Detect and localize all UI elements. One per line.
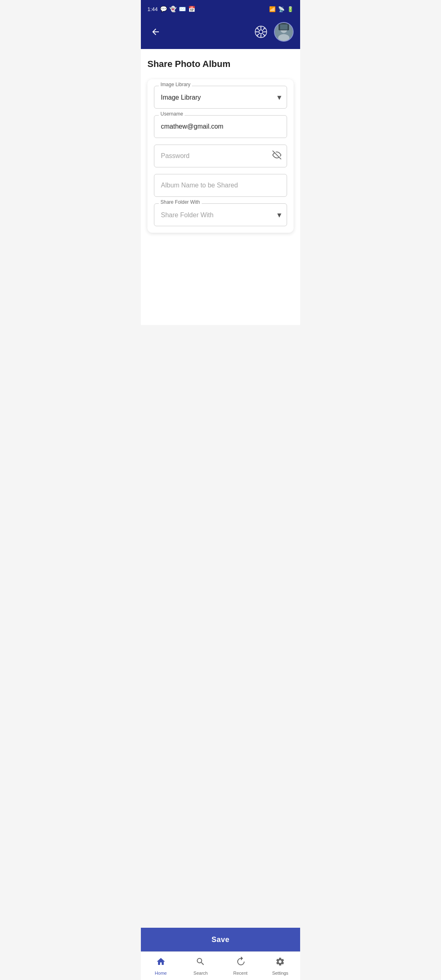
password-visibility-icon[interactable] bbox=[272, 151, 281, 162]
status-system-icons: 📶 📡 🔋 bbox=[269, 6, 294, 12]
avatar[interactable] bbox=[274, 22, 294, 42]
status-time: 1:44 💬 👻 ✉️ 📅 bbox=[147, 6, 195, 12]
album-name-field bbox=[154, 174, 287, 197]
image-library-label: Image Library bbox=[159, 82, 192, 87]
album-name-input[interactable] bbox=[154, 174, 287, 197]
signal-icon: 📡 bbox=[278, 6, 285, 12]
top-nav-bar bbox=[141, 18, 300, 49]
image-library-select[interactable]: Image Library bbox=[154, 86, 287, 109]
password-input[interactable] bbox=[154, 145, 287, 167]
svg-rect-6 bbox=[280, 24, 287, 30]
image-library-select-wrapper: Image Library ▾ bbox=[154, 86, 287, 109]
page-title: Share Photo Album bbox=[147, 59, 294, 69]
messenger-icon: 💬 bbox=[160, 6, 167, 12]
share-folder-select-wrapper: Share Folder With ▾ bbox=[154, 203, 287, 226]
username-label: Username bbox=[159, 111, 185, 117]
form-card: Image Library Image Library ▾ Username bbox=[147, 79, 294, 233]
image-library-field: Image Library Image Library ▾ bbox=[154, 86, 287, 109]
username-input[interactable] bbox=[154, 115, 287, 138]
calendar-icon: 📅 bbox=[188, 6, 195, 12]
share-folder-label: Share Folder With bbox=[159, 199, 202, 205]
main-content: Share Photo Album Image Library Image Li… bbox=[141, 49, 300, 325]
back-button[interactable] bbox=[147, 24, 164, 40]
share-folder-field: Share Folder With Share Folder With ▾ bbox=[154, 203, 287, 226]
time-display: 1:44 bbox=[147, 6, 158, 12]
svg-point-1 bbox=[259, 30, 263, 34]
share-folder-select[interactable]: Share Folder With bbox=[154, 203, 287, 226]
gmail-icon: ✉️ bbox=[179, 6, 186, 12]
nav-right-icons bbox=[253, 22, 294, 42]
username-field: Username bbox=[154, 115, 287, 138]
password-field bbox=[154, 145, 287, 167]
battery-icon: 🔋 bbox=[287, 6, 294, 12]
ghost-icon: 👻 bbox=[169, 6, 176, 12]
wifi-icon: 📶 bbox=[269, 6, 276, 12]
settings-gear-icon[interactable] bbox=[253, 24, 269, 40]
status-bar: 1:44 💬 👻 ✉️ 📅 📶 📡 🔋 bbox=[141, 0, 300, 18]
